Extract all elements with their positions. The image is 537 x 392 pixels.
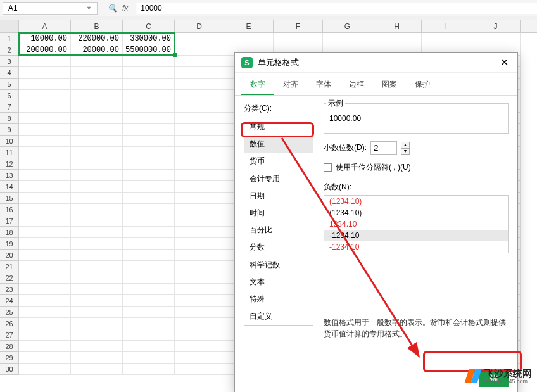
row-header[interactable]: 9	[0, 124, 19, 136]
cell[interactable]	[123, 215, 175, 227]
column-header[interactable]: E	[224, 20, 274, 32]
row-header[interactable]: 16	[0, 204, 19, 215]
row-header[interactable]: 14	[0, 181, 19, 193]
row-header[interactable]: 21	[0, 261, 19, 272]
cell[interactable]	[175, 33, 224, 44]
cell[interactable]	[71, 352, 123, 364]
cell[interactable]	[71, 250, 123, 261]
row-header[interactable]: 5	[0, 79, 19, 90]
row-header[interactable]: 28	[0, 341, 19, 352]
cell[interactable]	[323, 33, 372, 44]
cell[interactable]	[71, 170, 123, 181]
cell[interactable]	[19, 90, 71, 101]
tab-1[interactable]: 对齐	[274, 75, 307, 95]
spinner-up[interactable]: ▲	[401, 142, 410, 148]
row-header[interactable]: 2	[0, 44, 19, 56]
column-header[interactable]: F	[274, 20, 323, 32]
cell[interactable]	[123, 124, 175, 136]
cell[interactable]	[19, 136, 71, 147]
cell[interactable]	[123, 238, 175, 250]
cell[interactable]	[71, 318, 123, 329]
cell[interactable]	[71, 204, 123, 215]
cell[interactable]	[123, 79, 175, 90]
row-header[interactable]: 25	[0, 307, 19, 318]
cell[interactable]	[175, 272, 224, 284]
spinner-down[interactable]: ▼	[401, 148, 410, 155]
row-header[interactable]: 20	[0, 250, 19, 261]
category-item[interactable]: 科学记数	[244, 256, 313, 274]
cell[interactable]	[123, 341, 175, 352]
cell[interactable]	[19, 261, 71, 272]
row-header[interactable]: 24	[0, 295, 19, 307]
row-header[interactable]: 23	[0, 284, 19, 295]
negative-format-item[interactable]: (1234.10)	[324, 207, 508, 218]
cell[interactable]	[71, 272, 123, 284]
cell[interactable]	[71, 295, 123, 307]
column-header[interactable]: D	[175, 20, 224, 32]
fx-label[interactable]: fx	[122, 4, 128, 13]
row-header[interactable]: 26	[0, 318, 19, 329]
cell[interactable]	[19, 204, 71, 215]
decimal-places-input[interactable]	[370, 141, 397, 155]
cell[interactable]	[123, 181, 175, 193]
cell[interactable]	[71, 147, 123, 158]
category-item[interactable]: 会计专用	[244, 170, 313, 187]
cell[interactable]	[224, 33, 274, 44]
cell[interactable]	[19, 193, 71, 204]
cell[interactable]	[175, 79, 224, 90]
cell[interactable]	[19, 284, 71, 295]
cell[interactable]	[123, 261, 175, 272]
cell[interactable]	[19, 352, 71, 364]
column-header[interactable]: I	[422, 20, 471, 32]
cell[interactable]	[175, 250, 224, 261]
column-header[interactable]: H	[372, 20, 422, 32]
cell[interactable]	[123, 90, 175, 101]
cell[interactable]	[123, 250, 175, 261]
cell[interactable]	[123, 352, 175, 364]
cell[interactable]	[71, 136, 123, 147]
cell[interactable]	[422, 33, 471, 44]
cell[interactable]	[19, 113, 71, 124]
cell[interactable]	[175, 227, 224, 238]
cell[interactable]: 200000.00	[19, 44, 71, 56]
row-header[interactable]: 19	[0, 238, 19, 250]
cell[interactable]	[175, 113, 224, 124]
cell[interactable]	[175, 158, 224, 170]
cell[interactable]	[175, 364, 224, 375]
column-header[interactable]: C	[123, 20, 175, 32]
category-item[interactable]: 货币	[244, 153, 313, 170]
cell[interactable]	[71, 113, 123, 124]
cell[interactable]	[123, 158, 175, 170]
cell[interactable]	[175, 147, 224, 158]
cell[interactable]	[19, 181, 71, 193]
cell[interactable]	[175, 90, 224, 101]
cell[interactable]	[175, 307, 224, 318]
tab-0[interactable]: 数字	[241, 75, 274, 95]
cell[interactable]	[71, 90, 123, 101]
row-header[interactable]: 7	[0, 101, 19, 113]
cell[interactable]	[123, 307, 175, 318]
thousands-checkbox[interactable]	[324, 163, 332, 172]
cell[interactable]	[175, 67, 224, 79]
formula-input[interactable]: 10000	[136, 3, 537, 14]
category-item[interactable]: 分数	[244, 239, 313, 256]
cell[interactable]: 20000.00	[71, 44, 123, 56]
row-header[interactable]: 8	[0, 113, 19, 124]
cell[interactable]	[19, 170, 71, 181]
cell[interactable]	[71, 215, 123, 227]
negative-format-item[interactable]: 1234.10	[324, 218, 508, 230]
category-item[interactable]: 百分比	[244, 222, 313, 239]
cell[interactable]	[175, 295, 224, 307]
category-item[interactable]: 自定义	[244, 308, 313, 325]
cell[interactable]	[175, 44, 224, 56]
cell[interactable]	[175, 193, 224, 204]
cell[interactable]	[19, 101, 71, 113]
cell[interactable]	[71, 124, 123, 136]
cell[interactable]	[123, 227, 175, 238]
category-item[interactable]: 日期	[244, 187, 313, 205]
cell[interactable]: 220000.00	[71, 33, 123, 44]
cell[interactable]	[175, 101, 224, 113]
cell[interactable]	[71, 67, 123, 79]
row-header[interactable]: 13	[0, 170, 19, 181]
tab-4[interactable]: 图案	[373, 75, 406, 95]
